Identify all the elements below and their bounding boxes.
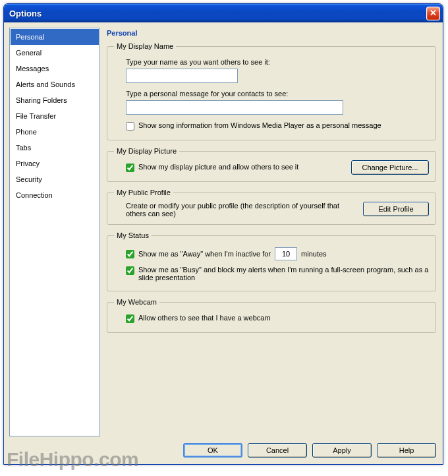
checkbox-show-song[interactable] xyxy=(126,122,134,131)
sidebar-item-file-transfer[interactable]: File Transfer xyxy=(11,108,99,124)
sidebar-item-general[interactable]: General xyxy=(11,45,99,61)
button-cancel[interactable]: Cancel xyxy=(248,443,307,458)
sidebar-item-sharing-folders[interactable]: Sharing Folders xyxy=(11,92,99,108)
sidebar-item-privacy[interactable]: Privacy xyxy=(11,156,99,171)
group-display-name: My Display Name Type your name as you wa… xyxy=(107,42,436,140)
sidebar-item-security[interactable]: Security xyxy=(11,171,99,187)
public-profile-desc: Create or modify your public profile (th… xyxy=(126,202,355,218)
input-display-name[interactable] xyxy=(126,69,238,83)
label-name: Type your name as you want others to see… xyxy=(126,58,429,66)
input-away-minutes[interactable] xyxy=(275,247,297,260)
close-button[interactable]: ✕ xyxy=(426,7,440,20)
button-edit-profile[interactable]: Edit Profile xyxy=(363,202,429,216)
category-sidebar: PersonalGeneralMessagesAlerts and Sounds… xyxy=(9,28,100,436)
button-apply[interactable]: Apply xyxy=(312,443,372,458)
legend-webcam: My Webcam xyxy=(114,298,159,306)
checkbox-webcam[interactable] xyxy=(126,314,134,323)
sidebar-item-personal[interactable]: Personal xyxy=(11,29,99,45)
footer-buttons: OK Cancel Apply Help xyxy=(4,439,443,464)
button-help[interactable]: Help xyxy=(377,443,436,458)
legend-display-name: My Display Name xyxy=(114,42,176,50)
checkbox-away[interactable] xyxy=(126,250,134,258)
group-status: My Status Show me as "Away" when I'm ina… xyxy=(107,231,436,291)
label-away-after: minutes xyxy=(301,250,327,258)
titlebar: Options ✕ xyxy=(4,4,443,22)
label-show-picture: Show my display picture and allow others… xyxy=(138,163,343,171)
options-window: Options ✕ PersonalGeneralMessagesAlerts … xyxy=(3,3,443,465)
group-public-profile: My Public Profile Create or modify your … xyxy=(107,189,436,225)
content-panel: Personal My Display Name Type your name … xyxy=(105,28,437,436)
panel-title: Personal xyxy=(107,29,437,37)
close-icon: ✕ xyxy=(430,8,437,18)
window-title: Options xyxy=(9,9,426,18)
checkbox-busy[interactable] xyxy=(126,266,134,275)
legend-status: My Status xyxy=(114,231,152,239)
sidebar-item-phone[interactable]: Phone xyxy=(11,124,99,140)
checkbox-show-picture[interactable] xyxy=(126,164,134,172)
sidebar-item-alerts-and-sounds[interactable]: Alerts and Sounds xyxy=(11,76,99,92)
legend-public-profile: My Public Profile xyxy=(114,189,173,196)
window-body: PersonalGeneralMessagesAlerts and Sounds… xyxy=(4,22,443,439)
label-webcam: Allow others to see that I have a webcam xyxy=(138,314,429,322)
label-busy: Show me as "Busy" and block my alerts wh… xyxy=(138,266,429,282)
label-personal-message: Type a personal message for your contact… xyxy=(126,90,429,98)
legend-display-picture: My Display Picture xyxy=(114,147,179,155)
group-display-picture: My Display Picture Show my display pictu… xyxy=(107,147,436,182)
input-personal-message[interactable] xyxy=(126,100,343,115)
group-webcam: My Webcam Allow others to see that I hav… xyxy=(107,298,436,333)
sidebar-item-messages[interactable]: Messages xyxy=(11,61,99,76)
label-away: Show me as "Away" when I'm inactive for … xyxy=(138,247,429,260)
sidebar-item-tabs[interactable]: Tabs xyxy=(11,140,99,156)
label-away-before: Show me as "Away" when I'm inactive for xyxy=(138,250,271,258)
sidebar-item-connection[interactable]: Connection xyxy=(11,187,99,203)
button-ok[interactable]: OK xyxy=(183,443,242,458)
button-change-picture[interactable]: Change Picture... xyxy=(351,160,429,175)
label-show-song: Show song information from Windows Media… xyxy=(138,121,429,129)
